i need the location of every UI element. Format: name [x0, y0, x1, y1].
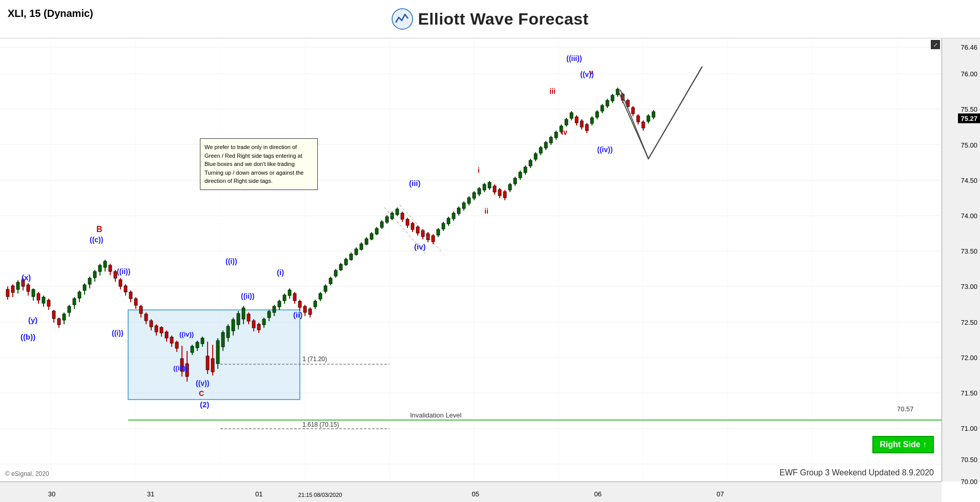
svg-rect-92 — [165, 332, 168, 338]
svg-rect-260 — [596, 112, 599, 117]
svg-rect-204 — [452, 213, 455, 219]
chart-title: XLI, 15 (Dynamic) — [8, 8, 93, 19]
current-price-box: 75.27 — [958, 113, 980, 123]
logo-area: Elliott Wave Forecast — [392, 8, 589, 30]
svg-text:(y): (y) — [28, 316, 37, 324]
svg-text:ii: ii — [484, 207, 488, 215]
price-73-00: 73.00 — [961, 283, 977, 290]
svg-rect-222 — [498, 190, 501, 196]
svg-rect-164 — [350, 254, 353, 260]
svg-rect-44 — [42, 297, 45, 303]
svg-rect-218 — [488, 182, 491, 188]
bottom-info: EWF Group 3 Weekend Updated 8.9.2020 — [780, 468, 934, 477]
svg-rect-126 — [252, 321, 255, 328]
svg-rect-116 — [227, 326, 230, 338]
svg-rect-60 — [83, 285, 86, 290]
svg-rect-170 — [365, 239, 368, 244]
date-axis: 30 31 01 21:15 08/03/2020 05 06 07 — [0, 482, 942, 502]
svg-text:Invalidation Level: Invalidation Level — [410, 411, 462, 419]
svg-rect-96 — [175, 342, 178, 348]
svg-rect-146 — [303, 306, 307, 312]
svg-rect-154 — [324, 286, 327, 291]
svg-rect-274 — [631, 108, 635, 114]
svg-rect-172 — [370, 234, 373, 239]
svg-text:((v)): ((v)) — [196, 379, 209, 387]
svg-rect-212 — [473, 193, 476, 198]
svg-text:((b)): ((b)) — [21, 332, 35, 341]
svg-rect-132 — [268, 311, 271, 318]
svg-rect-25 — [128, 310, 300, 400]
expand-icon[interactable]: ⤢ — [931, 40, 940, 49]
svg-rect-108 — [206, 356, 209, 370]
svg-rect-262 — [601, 106, 604, 111]
svg-rect-258 — [590, 118, 594, 123]
svg-rect-236 — [534, 154, 537, 159]
svg-rect-32 — [11, 286, 14, 292]
svg-rect-46 — [47, 300, 50, 306]
svg-rect-130 — [262, 319, 266, 325]
svg-rect-144 — [298, 301, 301, 307]
svg-text:((iv)): ((iv)) — [597, 145, 612, 154]
svg-rect-90 — [160, 327, 163, 333]
svg-rect-278 — [642, 122, 645, 128]
svg-rect-182 — [396, 209, 399, 215]
svg-rect-266 — [611, 95, 614, 101]
svg-rect-128 — [257, 324, 260, 330]
chart-svg: 1 (71.20) 1.618 (70.15) Invalidation Lev… — [0, 38, 942, 482]
svg-rect-112 — [216, 341, 219, 364]
svg-rect-62 — [88, 278, 91, 284]
svg-rect-198 — [437, 229, 440, 235]
svg-rect-76 — [124, 286, 127, 292]
svg-rect-160 — [339, 264, 342, 270]
svg-rect-276 — [637, 116, 640, 122]
svg-text:(2): (2) — [200, 400, 209, 409]
svg-rect-64 — [93, 271, 96, 278]
svg-rect-34 — [16, 282, 19, 289]
ewf-logo-icon — [392, 8, 413, 30]
date-07: 07 — [717, 490, 724, 498]
svg-rect-202 — [447, 218, 450, 224]
svg-text:(x): (x) — [22, 273, 31, 282]
svg-text:((iv)): ((iv)) — [179, 330, 194, 338]
svg-rect-178 — [385, 217, 389, 222]
svg-rect-152 — [319, 294, 322, 299]
svg-line-284 — [648, 67, 702, 159]
svg-rect-58 — [78, 292, 81, 298]
svg-rect-228 — [514, 178, 517, 184]
svg-rect-220 — [493, 186, 496, 192]
svg-text:((iii)): ((iii)) — [173, 364, 188, 372]
svg-rect-80 — [134, 299, 137, 305]
svg-text:((ii)): ((ii)) — [117, 267, 130, 276]
svg-rect-148 — [309, 309, 312, 315]
svg-rect-74 — [119, 280, 122, 286]
svg-rect-120 — [237, 313, 240, 325]
chart-area: 1 (71.20) 1.618 (70.15) Invalidation Lev… — [0, 38, 942, 482]
svg-rect-166 — [355, 249, 358, 255]
svg-rect-156 — [329, 278, 332, 284]
svg-rect-206 — [457, 208, 460, 214]
svg-rect-234 — [529, 160, 532, 166]
svg-rect-150 — [314, 301, 317, 307]
date-05: 05 — [472, 490, 479, 498]
svg-text:B: B — [96, 225, 103, 234]
svg-rect-118 — [232, 320, 235, 331]
svg-rect-140 — [288, 290, 291, 296]
right-side-label: Right Side ↑ — [880, 440, 927, 449]
price-71-50: 71.50 — [961, 389, 977, 397]
svg-rect-250 — [570, 113, 573, 118]
svg-rect-138 — [283, 295, 286, 301]
svg-rect-240 — [544, 142, 547, 148]
right-side-button[interactable]: Right Side ↑ — [872, 436, 934, 453]
svg-rect-252 — [575, 117, 578, 123]
svg-rect-238 — [539, 148, 542, 153]
price-72-50: 72.50 — [961, 318, 977, 326]
svg-rect-186 — [406, 219, 409, 225]
svg-rect-50 — [57, 319, 60, 325]
price-75-50: 75.50 — [961, 106, 977, 113]
svg-rect-54 — [68, 306, 71, 312]
svg-rect-214 — [478, 189, 481, 194]
svg-rect-168 — [360, 244, 363, 249]
svg-rect-264 — [606, 100, 609, 106]
svg-text:(iii): (iii) — [409, 179, 421, 187]
svg-text:70.57: 70.57 — [897, 405, 914, 413]
